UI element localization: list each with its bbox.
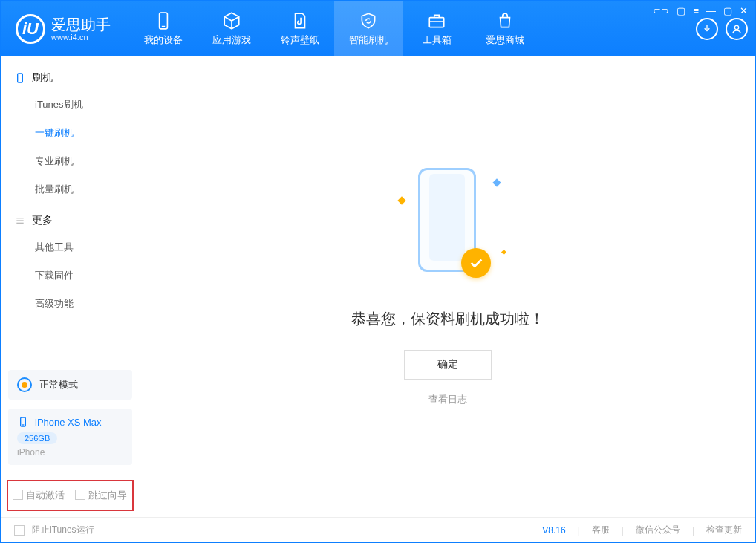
sparkle-icon	[492, 178, 501, 186]
svg-rect-2	[429, 17, 444, 27]
auto-activate-checkbox[interactable]: 自动激活	[13, 489, 65, 502]
sidebar-item-one-click-flash[interactable]: 一键刷机	[1, 119, 140, 147]
app-title: 爱思助手	[51, 16, 111, 33]
sidebar-item-itunes-flash[interactable]: iTunes刷机	[1, 91, 140, 119]
logo-icon: iU	[16, 14, 45, 44]
sidebar-item-batch-flash[interactable]: 批量刷机	[1, 175, 140, 204]
device-type: iPhone	[17, 447, 123, 458]
tab-ringtones-label: 铃声壁纸	[281, 33, 319, 47]
mode-icon	[17, 377, 32, 392]
nav-tabs: 我的设备 应用游戏 铃声壁纸 智能刷机 工具箱 爱思商城	[129, 1, 539, 56]
ok-button[interactable]: 确定	[404, 350, 492, 380]
sparkle-icon	[501, 249, 506, 254]
logo: iU 爱思助手 www.i4.cn	[16, 14, 111, 44]
block-itunes-checkbox[interactable]	[14, 525, 25, 536]
device-icon	[14, 72, 26, 84]
sidebar-group-more[interactable]: 更多	[1, 208, 140, 233]
view-log-link[interactable]: 查看日志	[428, 393, 467, 406]
close-icon[interactable]: ✕	[740, 5, 748, 16]
success-illustration	[396, 168, 500, 287]
sparkle-icon	[397, 196, 405, 204]
sidebar-item-other-tools[interactable]: 其他工具	[1, 233, 140, 261]
tab-toolbox[interactable]: 工具箱	[403, 1, 471, 56]
menu-icon[interactable]: ≡	[693, 5, 699, 16]
shield-sync-icon	[359, 11, 378, 30]
support-link[interactable]: 客服	[592, 524, 610, 536]
pin-icon[interactable]: ▢	[677, 5, 685, 16]
tab-apps-games-label: 应用游戏	[212, 33, 251, 47]
options-highlight: 自动激活 跳过向导	[7, 480, 134, 511]
app-subtitle: www.i4.cn	[51, 33, 111, 42]
sidebar-group-flash[interactable]: 刷机	[1, 65, 140, 91]
header: iU 爱思助手 www.i4.cn 我的设备 应用游戏 铃声壁纸 智能刷机	[1, 1, 755, 56]
phone-icon	[154, 11, 173, 30]
tab-my-device-label: 我的设备	[144, 33, 183, 47]
tab-apps-games[interactable]: 应用游戏	[198, 1, 266, 56]
window-controls: ⊂⊃ ▢ ≡ — ▢ ✕	[653, 5, 748, 16]
svg-rect-4	[18, 74, 23, 82]
account-button[interactable]	[726, 18, 748, 40]
tab-store-label: 爱思商城	[486, 33, 524, 47]
maximize-icon[interactable]: ▢	[723, 5, 732, 16]
wechat-link[interactable]: 微信公众号	[636, 524, 680, 536]
sidebar-item-pro-flash[interactable]: 专业刷机	[1, 147, 140, 175]
device-storage-badge: 256GB	[17, 432, 57, 444]
phone-small-icon	[17, 416, 29, 428]
minimize-icon[interactable]: —	[706, 5, 716, 16]
svg-point-3	[734, 25, 738, 29]
check-update-link[interactable]: 检查更新	[706, 524, 742, 536]
mode-label: 正常模式	[39, 378, 78, 391]
briefcase-icon	[427, 11, 446, 30]
cube-icon	[222, 11, 241, 30]
tab-toolbox-label: 工具箱	[423, 33, 452, 47]
collapse-icon[interactable]: ⊂⊃	[653, 5, 669, 16]
tab-my-device[interactable]: 我的设备	[129, 1, 198, 56]
download-button[interactable]	[696, 18, 718, 40]
version-label: V8.16	[542, 525, 565, 536]
music-file-icon	[290, 11, 310, 30]
sidebar: 刷机 iTunes刷机 一键刷机 专业刷机 批量刷机 更多 其他工具 下载固件 …	[1, 56, 140, 517]
tab-smart-flash-label: 智能刷机	[349, 33, 388, 47]
tab-store[interactable]: 爱思商城	[471, 1, 539, 56]
bag-icon	[495, 11, 515, 30]
user-icon	[731, 23, 743, 35]
block-itunes-label: 阻止iTunes运行	[32, 524, 94, 536]
tab-smart-flash[interactable]: 智能刷机	[334, 1, 403, 56]
content-area: 恭喜您，保资料刷机成功啦！ 确定 查看日志	[140, 56, 755, 517]
sidebar-item-advanced[interactable]: 高级功能	[1, 290, 140, 318]
sidebar-item-download-firmware[interactable]: 下载固件	[1, 261, 140, 290]
check-badge-icon	[461, 248, 491, 278]
mode-box[interactable]: 正常模式	[8, 370, 132, 400]
success-message: 恭喜您，保资料刷机成功啦！	[351, 309, 544, 329]
footer: 阻止iTunes运行 V8.16 | 客服 | 微信公众号 | 检查更新	[1, 517, 755, 542]
skip-guide-checkbox[interactable]: 跳过向导	[75, 489, 127, 502]
download-icon	[701, 23, 713, 35]
device-name: iPhone XS Max	[35, 417, 102, 428]
device-box[interactable]: iPhone XS Max 256GB iPhone	[8, 409, 132, 465]
list-icon	[14, 215, 26, 227]
tab-ringtones[interactable]: 铃声壁纸	[266, 1, 334, 56]
